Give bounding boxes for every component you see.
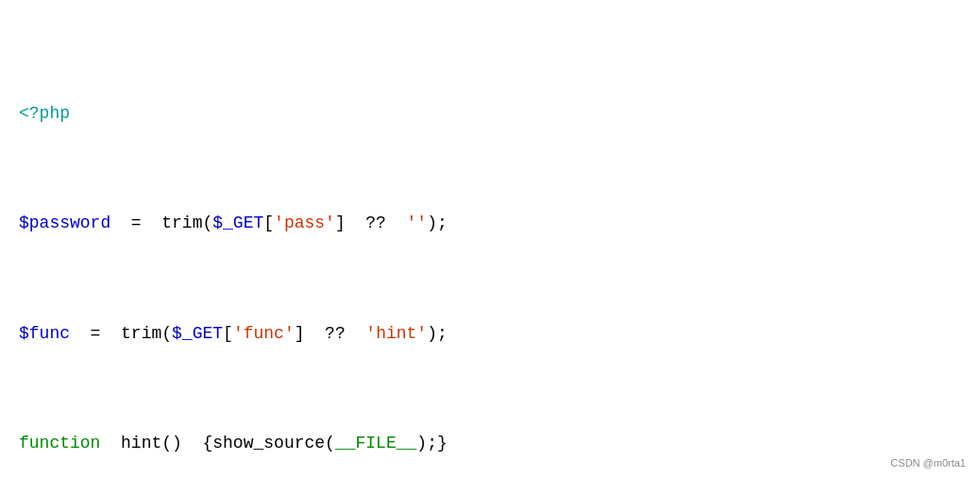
line-4: function hint() {show_source(__FILE__);}	[19, 430, 961, 458]
line-3: $func = trim($_GET['func'] ?? 'hint');	[19, 320, 961, 349]
line-1: <?php	[19, 100, 961, 128]
watermark: CSDN @m0rta1	[890, 457, 966, 469]
code-block: <?php $password = trim($_GET['pass'] ?? …	[0, 0, 980, 478]
line-2: $password = trim($_GET['pass'] ?? '');	[19, 210, 961, 238]
